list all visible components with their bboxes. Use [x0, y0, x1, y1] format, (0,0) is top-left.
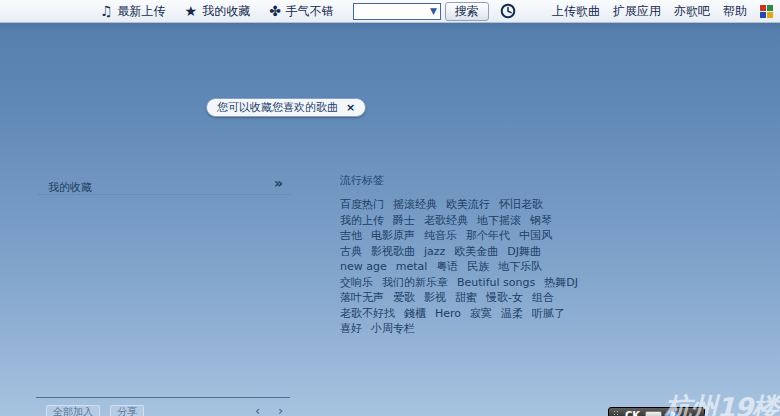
main-background: 您可以收藏您喜欢的歌曲 × 我的收藏 » 流行标签 百度热门摇滚经典欧美流行怀旧…: [0, 23, 780, 416]
tag-link[interactable]: 喜好: [340, 322, 362, 335]
tag-link[interactable]: 影视歌曲: [371, 245, 415, 258]
tag-link[interactable]: 地下乐队: [498, 260, 542, 273]
tag-link[interactable]: 听腻了: [532, 307, 565, 320]
tag-row: new agemetal粤语民族地下乐队: [340, 258, 600, 274]
tag-link[interactable]: 粤语: [436, 260, 458, 273]
chevron-down-icon[interactable]: ▼: [430, 6, 437, 16]
toolbar-right-links: 上传歌曲 扩展应用 亦歌吧 帮助: [552, 3, 780, 20]
tag-link[interactable]: 爱歌: [393, 291, 415, 304]
upload-song-link[interactable]: 上传歌曲: [552, 3, 600, 20]
tag-rows: 百度热门摇滚经典欧美流行怀旧老歌我的上传爵士老歌经典地下摇滚钢琴吉他电影原声纯音…: [340, 196, 600, 336]
tag-link[interactable]: 寂寞: [470, 307, 492, 320]
tag-row: 古典影视歌曲jazz欧美金曲DJ舞曲: [340, 243, 600, 259]
drag-handle-icon[interactable]: [613, 410, 620, 416]
keyboard-icon[interactable]: [645, 411, 662, 416]
tag-link[interactable]: 怀旧老歌: [499, 198, 543, 211]
tag-link[interactable]: 影视: [424, 291, 446, 304]
search-combo[interactable]: ▼: [353, 3, 441, 20]
favorites-divider: [38, 194, 291, 195]
tag-link[interactable]: 老歌不好找: [340, 307, 395, 320]
tag-link[interactable]: jazz: [424, 245, 445, 258]
tag-link[interactable]: 百度热门: [340, 198, 384, 211]
tag-link[interactable]: 慢歌-女: [486, 291, 523, 304]
tag-row: 老歌不好找錢櫃Hero寂寞温柔听腻了: [340, 305, 600, 321]
tag-link[interactable]: 摇滚经典: [393, 198, 437, 211]
tag-link[interactable]: 温柔: [501, 307, 523, 320]
my-favorites-button[interactable]: ★ 我的收藏: [185, 3, 251, 20]
my-favorites-panel-title: 我的收藏: [48, 180, 92, 195]
tag-link[interactable]: DJ舞曲: [507, 245, 541, 258]
language-bar[interactable]: CK ?: [608, 407, 705, 416]
tag-link[interactable]: 小周专栏: [371, 322, 415, 335]
tag-link[interactable]: 地下摇滚: [477, 214, 521, 227]
tag-link[interactable]: 我们的新乐章: [382, 276, 448, 289]
tag-row: 我的上传爵士老歌经典地下摇滚钢琴: [340, 212, 600, 228]
tooltip-text: 您可以收藏您喜欢的歌曲: [217, 100, 338, 115]
history-clock-icon[interactable]: [500, 3, 516, 19]
tag-link[interactable]: 组合: [532, 291, 554, 304]
my-favorites-label: 我的收藏: [202, 3, 250, 20]
tag-row: 百度热门摇滚经典欧美流行怀旧老歌: [340, 196, 600, 212]
next-page-arrow[interactable]: ›: [278, 404, 283, 416]
search-input[interactable]: [354, 5, 430, 18]
popular-tags-panel: 流行标签 百度热门摇滚经典欧美流行怀旧老歌我的上传爵士老歌经典地下摇滚钢琴吉他电…: [340, 173, 600, 336]
music-note-icon: ♫: [100, 4, 113, 18]
tag-link[interactable]: Hero: [435, 307, 461, 320]
tag-link[interactable]: 甜蜜: [455, 291, 477, 304]
tag-row: 喜好小周专栏: [340, 320, 600, 336]
star-icon: ★: [185, 4, 198, 18]
tag-link[interactable]: 錢櫃: [404, 307, 426, 320]
tag-link[interactable]: 吉他: [340, 229, 362, 242]
latest-uploads-button[interactable]: ♫ 最新上传: [100, 3, 166, 20]
add-all-button[interactable]: 全部加入: [46, 405, 100, 416]
yige-music-player: ♫ 最新上传 ★ 我的收藏 ✤ 手气不错 ▼ 搜索 上传歌曲 扩展应用 亦歌吧 …: [0, 0, 780, 416]
feeling-lucky-button[interactable]: ✤ 手气不错: [269, 3, 334, 20]
close-icon[interactable]: ×: [346, 101, 355, 114]
extensions-link[interactable]: 扩展应用: [613, 3, 661, 20]
tag-row: 落叶无声爱歌影视甜蜜慢歌-女组合: [340, 289, 600, 305]
tag-link[interactable]: 中国风: [519, 229, 552, 242]
tag-link[interactable]: 交响乐: [340, 276, 373, 289]
prev-page-arrow[interactable]: ‹: [255, 404, 260, 416]
tag-row: 吉他电影原声纯音乐那个年代中国风: [340, 227, 600, 243]
tag-link[interactable]: 电影原声: [371, 229, 415, 242]
tag-link[interactable]: Beutiful songs: [457, 276, 535, 289]
tag-link[interactable]: 爵士: [393, 214, 415, 227]
feeling-lucky-label: 手气不错: [286, 3, 334, 20]
favorites-tooltip: 您可以收藏您喜欢的歌曲 ×: [206, 98, 366, 117]
tag-link[interactable]: 欧美金曲: [454, 245, 498, 258]
bottom-divider: [36, 397, 290, 398]
tag-link[interactable]: 我的上传: [340, 214, 384, 227]
tag-link[interactable]: 纯音乐: [424, 229, 457, 242]
tag-link[interactable]: new age: [340, 260, 387, 273]
tag-link[interactable]: 欧美流行: [446, 198, 490, 211]
tag-link[interactable]: metal: [396, 260, 428, 273]
search-button[interactable]: 搜索: [445, 2, 489, 21]
tag-link[interactable]: 民族: [467, 260, 489, 273]
share-button[interactable]: 分享: [110, 405, 144, 416]
favorites-expand-arrow[interactable]: »: [274, 175, 283, 191]
latest-uploads-label: 最新上传: [118, 3, 166, 20]
tag-link[interactable]: 老歌经典: [424, 214, 468, 227]
input-method-label[interactable]: CK: [625, 411, 640, 416]
color-grid-icon[interactable]: [760, 5, 773, 18]
top-toolbar: ♫ 最新上传 ★ 我的收藏 ✤ 手气不错 ▼ 搜索 上传歌曲 扩展应用 亦歌吧 …: [0, 0, 780, 23]
tag-row: 交响乐我们的新乐章Beutiful songs热舞DJ: [340, 274, 600, 290]
yige-bar-link[interactable]: 亦歌吧: [674, 3, 710, 20]
popular-tags-header: 流行标签: [340, 173, 600, 188]
tag-link[interactable]: 热舞DJ: [544, 276, 578, 289]
tag-link[interactable]: 那个年代: [466, 229, 510, 242]
tag-link[interactable]: 古典: [340, 245, 362, 258]
tag-link[interactable]: 钢琴: [530, 214, 552, 227]
help-question-icon[interactable]: ?: [667, 410, 679, 416]
tag-link[interactable]: 落叶无声: [340, 291, 384, 304]
clover-icon: ✤: [269, 4, 281, 18]
help-link[interactable]: 帮助: [723, 3, 747, 20]
